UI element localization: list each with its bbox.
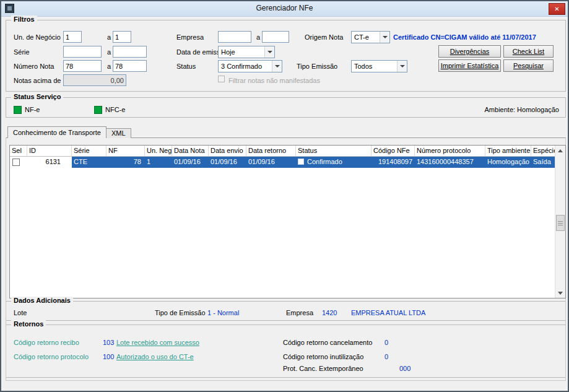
- range-separator-label: a: [105, 47, 113, 57]
- chevron-down-icon: [272, 61, 282, 72]
- cell-serie[interactable]: CTE: [72, 157, 106, 168]
- serie-to-input[interactable]: [113, 46, 147, 58]
- chevron-down-icon: [380, 32, 389, 43]
- retornos-group-title: Retornos: [11, 320, 46, 328]
- scroll-up-button[interactable]: [555, 146, 565, 155]
- scroll-down-button[interactable]: [555, 288, 565, 298]
- col-header-serie[interactable]: Série: [72, 146, 106, 157]
- status-checkbox[interactable]: [298, 159, 304, 165]
- origem-nota-label: Origem Nota: [305, 32, 343, 42]
- cell-tipo-ambiente[interactable]: Homologação: [485, 157, 531, 168]
- arrow-up-icon: [558, 149, 563, 152]
- cell-nf[interactable]: 78: [106, 157, 145, 168]
- tab-strip: Conhecimento de Transporte XML: [7, 126, 131, 138]
- check-list-button-label: Check List: [513, 48, 544, 55]
- notas-table: Sel ID Série NF Un. Neg. Data Nota Data …: [9, 145, 566, 298]
- cell-codigo-nfe[interactable]: 191408097: [371, 157, 415, 168]
- col-header-id[interactable]: ID: [27, 146, 72, 157]
- un-negocio-to-input[interactable]: [113, 31, 131, 43]
- cell-sel[interactable]: [10, 157, 27, 168]
- col-header-data-nota[interactable]: Data Nota: [172, 146, 209, 157]
- divergencias-button-label: Divergências: [450, 48, 490, 55]
- col-header-status[interactable]: Status: [296, 146, 371, 157]
- notas-acima-label: Notas acima de: [14, 76, 61, 85]
- filtros-group-title: Filtros: [11, 15, 37, 23]
- col-header-nf[interactable]: NF: [106, 146, 145, 157]
- ambiente-label: Ambiente: Homologação: [485, 105, 559, 115]
- status-label: Status: [176, 61, 196, 71]
- col-header-numero-protocolo[interactable]: Número protocolo: [415, 146, 485, 157]
- col-header-data-envio[interactable]: Data envio: [209, 146, 246, 157]
- numero-nota-label: Número Nota: [14, 61, 54, 71]
- titlebar[interactable]: Gerenciador NFe ✕: [1, 1, 568, 17]
- table-row[interactable]: 6131 CTE 78 1 01/09/16 01/09/16 01/09/16…: [10, 157, 555, 168]
- empresa-from-input[interactable]: [218, 31, 251, 43]
- check-list-button[interactable]: Check List: [503, 45, 554, 58]
- status-servico-group-title: Status Serviço: [11, 93, 63, 100]
- status-text: Confirmado: [307, 158, 342, 165]
- nfce-status-label: NFC-e: [105, 105, 125, 115]
- pesquisar-button[interactable]: Pesquisar: [503, 59, 554, 72]
- tipo-emissao-value: Todos: [352, 63, 397, 70]
- tab-label: Conhecimento de Transporte: [13, 129, 101, 136]
- certificado-status-text: Certificado CN=CIGAM válido até 11/07/20…: [393, 32, 536, 42]
- col-header-data-retorno[interactable]: Data retorno: [246, 146, 296, 157]
- col-header-sel[interactable]: Sel: [10, 146, 27, 157]
- status-value: 3 Confirmado: [219, 63, 272, 70]
- origem-nota-value: CT-e: [352, 33, 380, 41]
- vertical-scrollbar[interactable]: [555, 146, 565, 298]
- close-icon: ✕: [554, 6, 559, 12]
- un-negocio-label: Un. de Negócio: [14, 32, 61, 42]
- data-emissao-select[interactable]: Hoje: [218, 46, 275, 58]
- empresa-label: Empresa: [176, 32, 204, 42]
- row-select-checkbox[interactable]: [12, 159, 20, 166]
- divergencias-button[interactable]: Divergências: [438, 45, 501, 58]
- range-separator-label: a: [254, 32, 262, 42]
- range-separator-label: a: [105, 32, 113, 42]
- col-header-especie[interactable]: Espécie: [531, 146, 555, 157]
- arrow-down-icon: [558, 292, 563, 295]
- status-select[interactable]: 3 Confirmado: [218, 60, 282, 72]
- imprimir-estatistica-button-label: Imprimir Estatística: [441, 62, 499, 69]
- dados-adicionais-group-title: Dados Adicionais: [11, 297, 73, 304]
- col-header-tipo-ambiente[interactable]: Tipo ambiente: [485, 146, 531, 157]
- cell-un-neg[interactable]: 1: [145, 157, 172, 168]
- col-header-un-neg[interactable]: Un. Neg.: [145, 146, 172, 157]
- cell-id[interactable]: 6131: [27, 157, 72, 168]
- data-emissao-value: Hoje: [219, 48, 264, 56]
- notas-acima-input[interactable]: [63, 74, 126, 86]
- cell-status[interactable]: Confirmado: [296, 157, 371, 168]
- cell-data-envio[interactable]: 01/09/16: [209, 157, 246, 168]
- serie-label: Série: [14, 47, 30, 57]
- filtrar-nao-manifestadas-checkbox[interactable]: [218, 76, 225, 82]
- chevron-down-icon: [397, 61, 407, 72]
- window-title: Gerenciador NFe: [1, 4, 568, 12]
- cell-especie[interactable]: Saída: [531, 157, 555, 168]
- nfe-status-label: NF-e: [25, 105, 40, 115]
- status-servico-group: [6, 97, 566, 118]
- grip-icon: [558, 221, 563, 225]
- cell-data-nota[interactable]: 01/09/16: [172, 157, 209, 168]
- empresa-to-input[interactable]: [262, 31, 289, 43]
- tab-xml[interactable]: XML: [106, 128, 131, 138]
- close-button[interactable]: ✕: [549, 3, 565, 15]
- cell-data-retorno[interactable]: 01/09/16: [246, 157, 296, 168]
- range-separator-label: a: [105, 61, 113, 71]
- col-header-codigo-nfe[interactable]: Código NFe: [371, 146, 415, 157]
- un-negocio-from-input[interactable]: [63, 31, 82, 43]
- pesquisar-button-label: Pesquisar: [513, 62, 544, 69]
- tipo-emissao-select[interactable]: Todos: [351, 60, 407, 72]
- nfe-status-icon: [14, 106, 22, 114]
- numero-nota-from-input[interactable]: [63, 60, 102, 72]
- tab-conhecimento-de-transporte[interactable]: Conhecimento de Transporte: [7, 126, 106, 138]
- cell-numero-protocolo[interactable]: 143160000448357: [415, 157, 485, 168]
- origem-nota-select[interactable]: CT-e: [351, 31, 390, 43]
- scrollbar-thumb[interactable]: [556, 215, 565, 231]
- tipo-emissao-label: Tipo Emissão: [297, 61, 337, 71]
- chevron-down-icon: [264, 46, 274, 58]
- tab-label: XML: [111, 129, 126, 137]
- table-header-row: Sel ID Série NF Un. Neg. Data Nota Data …: [10, 146, 555, 157]
- serie-from-input[interactable]: [63, 46, 102, 58]
- numero-nota-to-input[interactable]: [113, 60, 147, 72]
- imprimir-estatistica-button[interactable]: Imprimir Estatística: [438, 59, 501, 72]
